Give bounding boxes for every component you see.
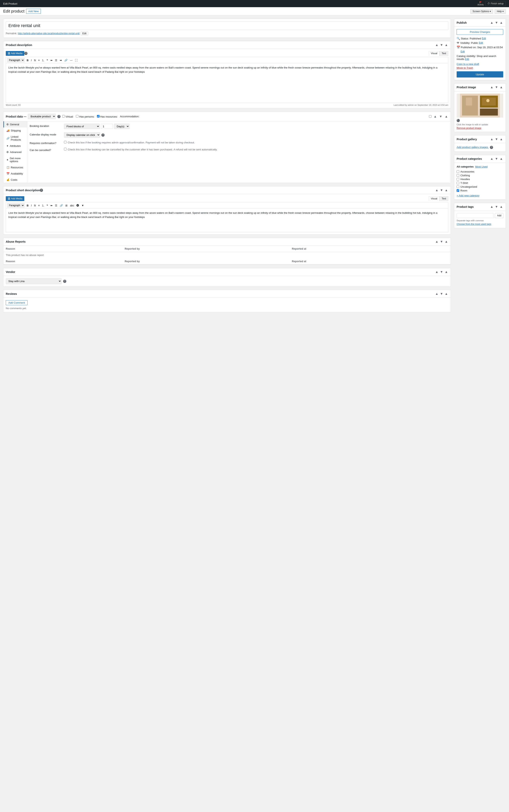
collapse-up-button[interactable]: ▲ xyxy=(435,43,439,47)
help-button[interactable]: Help ▾ xyxy=(495,9,506,14)
publish-down[interactable]: ▼ xyxy=(495,21,499,25)
unordered-list-button[interactable]: ≡ xyxy=(37,58,41,62)
categories-up[interactable]: ▲ xyxy=(490,157,494,161)
duration-number-input[interactable] xyxy=(101,124,113,129)
collapse-toggle-button[interactable]: ▲ xyxy=(444,43,448,47)
pd-nav-resources[interactable]: 📋 Resources xyxy=(3,164,27,170)
reviews-down[interactable]: ▼ xyxy=(440,292,443,296)
vendor-toggle[interactable]: ▲ xyxy=(444,270,448,274)
pd-nav-shipping[interactable]: 🚚 Shipping xyxy=(3,128,27,134)
permalink-link[interactable]: http://airbnb-alternative-site.local/pro… xyxy=(18,32,80,35)
visibility-edit-link[interactable]: Edit xyxy=(479,41,483,44)
tag-add-button[interactable]: Add xyxy=(495,213,503,218)
activity-button[interactable]: 🚩 Activity xyxy=(478,1,484,6)
strikethrough-button[interactable]: S xyxy=(33,58,37,62)
cat-tshirt-checkbox[interactable] xyxy=(456,182,459,184)
can-be-cancelled-checkbox[interactable] xyxy=(64,148,67,151)
align-center-button[interactable]: ☰ xyxy=(54,58,58,62)
pd-toggle-checkbox[interactable] xyxy=(429,115,432,118)
choose-tags-link[interactable]: Choose from the most used tags xyxy=(456,223,491,226)
gallery-help-icon[interactable]: ? xyxy=(490,146,493,149)
virtual-checkbox[interactable] xyxy=(62,115,65,118)
short-desc-toggle[interactable]: ▲ xyxy=(444,189,448,192)
categories-down[interactable]: ▼ xyxy=(495,157,499,161)
calendar-display-select[interactable]: Display calendar on click xyxy=(64,132,100,138)
update-button[interactable]: Update xyxy=(456,71,503,77)
add-gallery-link[interactable]: Add product gallery images xyxy=(456,145,489,149)
product-image-toggle[interactable]: ▲ xyxy=(499,86,503,89)
sd-align-left[interactable]: ⬅ xyxy=(49,203,54,207)
product-type-select[interactable]: Bookable product xyxy=(28,114,56,119)
remove-image-link[interactable]: Remove product image xyxy=(456,127,481,129)
abuse-down[interactable]: ▼ xyxy=(440,240,443,243)
sd-blockquote[interactable]: ❝ xyxy=(45,203,49,207)
short-desc-text-tab[interactable]: Text xyxy=(440,196,448,201)
align-left-button[interactable]: ⬅ xyxy=(49,58,54,62)
add-media-button[interactable]: 🖼 Add Media xyxy=(6,51,24,56)
link-button[interactable]: 🔗 xyxy=(63,58,68,62)
pd-collapse-up[interactable]: ▲ xyxy=(433,115,437,118)
gallery-up[interactable]: ▲ xyxy=(490,137,494,141)
align-right-button[interactable]: ➡ xyxy=(59,58,63,62)
ordered-list-button[interactable]: 1. xyxy=(41,58,45,62)
abuse-up[interactable]: ▲ xyxy=(435,240,439,243)
cat-clothing-checkbox[interactable] xyxy=(456,174,459,177)
short-desc-down[interactable]: ▼ xyxy=(440,189,443,192)
collapse-down-button[interactable]: ▼ xyxy=(440,43,443,47)
pd-nav-linked[interactable]: 🔗 Linked Products xyxy=(3,134,27,143)
sd-strikethrough[interactable]: S xyxy=(33,203,37,207)
tag-input[interactable] xyxy=(456,213,494,218)
sd-strikethrough2[interactable]: abc xyxy=(69,203,75,207)
product-image-thumbnail[interactable] xyxy=(456,94,503,118)
vendor-down[interactable]: ▼ xyxy=(440,270,443,274)
description-content[interactable]: Live the lavish lifestyle you've always … xyxy=(6,63,448,103)
pd-nav-costs[interactable]: 💰 Costs xyxy=(3,177,27,183)
sd-italic[interactable]: I xyxy=(30,203,33,207)
sd-align-center[interactable]: ☰ xyxy=(54,203,58,207)
cat-hoodies-checkbox[interactable] xyxy=(456,178,459,181)
vendor-help-icon[interactable]: ? xyxy=(63,280,66,283)
italic-button[interactable]: I xyxy=(30,58,33,62)
sd-table[interactable]: ⊞ xyxy=(64,203,68,207)
permalink-edit-button[interactable]: Edit xyxy=(81,32,89,35)
pd-collapse-toggle[interactable]: ▲ xyxy=(444,115,448,118)
has-persons-checkbox[interactable] xyxy=(76,115,78,118)
add-new-category-link[interactable]: + Add new category xyxy=(456,194,503,197)
gallery-down[interactable]: ▼ xyxy=(495,137,499,141)
pd-nav-general[interactable]: ⚙ General xyxy=(3,121,27,128)
pd-collapse-down[interactable]: ▼ xyxy=(439,115,443,118)
publish-up[interactable]: ▲ xyxy=(490,21,494,25)
short-desc-visual-tab[interactable]: Visual xyxy=(429,196,440,201)
sd-more[interactable]: ▼ xyxy=(80,203,85,207)
blockquote-button[interactable]: ❝ xyxy=(45,58,49,62)
short-desc-add-media[interactable]: 🖼 Add Media xyxy=(6,196,24,201)
pd-nav-advanced[interactable]: ⚙ Advanced xyxy=(3,149,27,155)
copy-draft-link[interactable]: Copy to a new draft xyxy=(456,63,503,66)
pd-help-icon[interactable]: ? xyxy=(57,115,61,118)
sd-color[interactable]: 🅐 xyxy=(75,203,80,207)
product-image-help[interactable]: ? xyxy=(456,119,460,122)
sd-ol[interactable]: 1. xyxy=(41,203,45,207)
catalog-edit-link[interactable]: Edit xyxy=(465,58,469,61)
short-desc-paragraph-select[interactable]: Paragraph xyxy=(7,203,25,207)
help-icon[interactable]: ? xyxy=(24,52,28,55)
tags-up[interactable]: ▲ xyxy=(490,205,494,208)
sd-bold[interactable]: B xyxy=(26,203,30,207)
cat-uncategorized-checkbox[interactable] xyxy=(456,186,459,188)
published-edit-link[interactable]: Edit xyxy=(461,50,465,53)
screen-options-button[interactable]: Screen Options ▾ xyxy=(470,9,493,14)
vendor-up[interactable]: ▲ xyxy=(435,270,439,274)
duration-unit-select[interactable]: Day(s) xyxy=(114,124,130,129)
visual-tab[interactable]: Visual xyxy=(429,51,440,56)
pd-nav-more-options[interactable]: ✦ Get more options xyxy=(3,155,27,164)
cat-tab-most-used[interactable]: Most Used xyxy=(475,165,487,168)
fullscreen-button[interactable]: ⛶ xyxy=(74,58,78,62)
tags-toggle[interactable]: ▲ xyxy=(499,205,503,208)
sd-ul[interactable]: ≡ xyxy=(37,203,41,207)
more-button[interactable]: — xyxy=(69,58,73,62)
cat-tab-all[interactable]: All categories xyxy=(456,165,474,168)
reviews-toggle[interactable]: ▲ xyxy=(444,292,448,296)
short-desc-help[interactable]: ? xyxy=(40,189,43,192)
finish-setup-button[interactable]: ⏱ Finish setup xyxy=(485,1,506,6)
add-comment-button[interactable]: Add Comment xyxy=(6,300,28,305)
